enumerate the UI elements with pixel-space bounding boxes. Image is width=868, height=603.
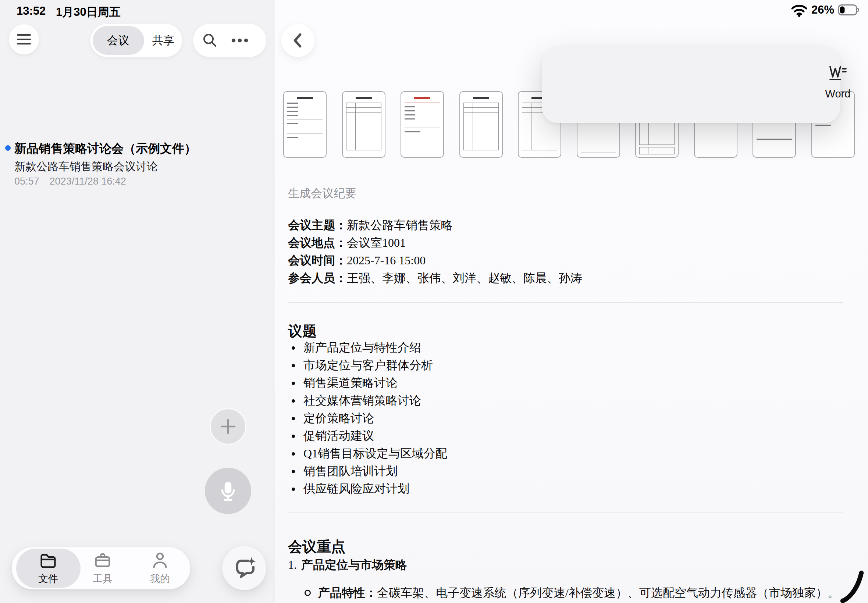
chat-sparkle-icon — [232, 556, 256, 580]
tab-mine[interactable]: 我的 — [134, 547, 186, 589]
topic-text: 市场定位与客户群体分析 — [303, 357, 433, 374]
search-tools-pill — [193, 24, 266, 57]
record-button[interactable] — [205, 468, 251, 514]
export-word-button[interactable]: Word — [806, 63, 868, 100]
divider — [288, 513, 843, 513]
detail-time-label: 会议时间： — [288, 254, 347, 267]
sub-item-label: 产品特性： — [318, 586, 377, 599]
tab-mine-label: 我的 — [150, 572, 170, 585]
detail-attendees-value: 王强、李娜、张伟、刘洋、赵敏、陈晨、孙涛 — [347, 271, 582, 284]
more-options-icon[interactable] — [231, 38, 248, 43]
add-button[interactable] — [211, 409, 245, 444]
bullet-dot — [292, 346, 295, 349]
sub-item-value: 全碳车架、电子变速系统（序列变速/补偿变速）、可选配空气动力传感器（市场独家）。 — [377, 586, 839, 599]
segmented-control: 会议 共享 — [90, 24, 182, 57]
loading-spinner-arc — [840, 569, 865, 603]
topic-text: 促销活动建议 — [303, 428, 374, 444]
bottom-tab-bar: 文件 工具 我的 — [12, 547, 190, 589]
topic-item: 销售渠道策略讨论 — [288, 374, 447, 392]
tab-files[interactable]: 文件 — [22, 547, 74, 589]
sidebar: 13:52 1月30日周五 会议 共享 新品销售策略讨论会（示例文件） 新款公路… — [0, 0, 274, 603]
toolbox-icon — [93, 551, 112, 570]
detail-topic-label: 会议主题： — [288, 218, 347, 232]
bullet-dot — [292, 452, 295, 456]
export-word-label: Word — [825, 88, 851, 100]
highlight-sub-item: 产品特性：全碳车架、电子变速系统（序列变速/补偿变速）、可选配空气动力传感器（市… — [288, 584, 839, 601]
topic-text: 定价策略讨论 — [303, 410, 374, 427]
detail-panel: Word TXT Markdown 复制 — [274, 0, 868, 603]
bullet-dot — [292, 470, 295, 473]
detail-topic-value: 新款公路车销售策略 — [347, 218, 453, 232]
topic-item: Q1销售目标设定与区域分配 — [288, 445, 447, 462]
topic-text: 销售团队培训计划 — [303, 463, 398, 479]
hamburger-icon — [17, 34, 31, 45]
tab-tools-label: 工具 — [93, 572, 113, 585]
meeting-duration: 05:57 — [14, 176, 39, 187]
topic-item: 供应链风险应对计划 — [288, 480, 447, 498]
detail-time: 会议时间：2025-7-16 15:00 — [288, 252, 582, 269]
topic-item: 新产品定位与特性介绍 — [288, 339, 447, 357]
status-time: 13:52 — [17, 5, 46, 18]
highlight-number: 1. — [288, 556, 301, 574]
status-date: 1月30日周五 — [56, 5, 121, 20]
tab-files-label: 文件 — [38, 572, 58, 585]
topic-text: 供应链风险应对计划 — [303, 481, 409, 497]
export-popover: Word TXT Markdown 复制 — [542, 47, 840, 123]
highlight-item-1: 1.产品定位与市场策略 — [288, 556, 407, 574]
topic-text: 新产品定位与特性介绍 — [303, 340, 421, 356]
battery-percent: 26% — [811, 3, 834, 17]
ai-chat-button[interactable] — [222, 546, 266, 590]
meeting-title: 新品销售策略讨论会（示例文件） — [14, 141, 196, 157]
detail-time-value: 2025-7-16 15:00 — [347, 254, 425, 267]
microphone-icon — [216, 479, 240, 503]
unread-dot — [5, 145, 11, 151]
detail-location-label: 会议地点： — [288, 236, 347, 249]
topic-text: Q1销售目标设定与区域分配 — [303, 445, 447, 462]
generating-status-label: 生成会议纪要 — [288, 186, 356, 201]
person-icon — [150, 551, 170, 570]
bullet-dot — [292, 434, 295, 438]
word-export-icon — [828, 63, 848, 83]
topic-item: 促销活动建议 — [288, 427, 447, 445]
divider — [288, 302, 843, 303]
topic-item: 市场定位与客户群体分析 — [288, 357, 447, 374]
bullet-dot — [292, 382, 295, 385]
search-icon[interactable] — [202, 32, 218, 48]
meeting-timestamp: 2023/11/28 16:42 — [50, 176, 126, 187]
wifi-icon — [791, 3, 808, 17]
bullet-dot — [292, 417, 295, 420]
highlight-title: 产品定位与市场策略 — [301, 558, 407, 571]
highlights-heading: 会议重点 — [288, 540, 345, 554]
detail-attendees: 参会人员：王强、李娜、张伟、刘洋、赵敏、陈晨、孙涛 — [288, 269, 582, 287]
tab-shared[interactable]: 共享 — [145, 33, 181, 48]
bullet-dot — [292, 364, 295, 367]
topic-item: 销售团队培训计划 — [288, 462, 447, 480]
tab-tools[interactable]: 工具 — [77, 547, 128, 589]
topics-heading: 议题 — [288, 324, 317, 338]
topic-item: 定价策略讨论 — [288, 410, 447, 427]
status-right-cluster: 26% — [791, 3, 860, 17]
folder-icon — [39, 551, 58, 570]
meeting-list-item[interactable]: 新品销售策略讨论会（示例文件） 新款公路车销售策略会议讨论 05:57 2023… — [0, 68, 274, 124]
topic-item: 社交媒体营销策略讨论 — [288, 392, 447, 410]
meeting-subtitle: 新款公路车销售策略会议讨论 — [14, 159, 158, 174]
detail-topic: 会议主题：新款公路车销售策略 — [288, 216, 582, 234]
bullet-dot — [292, 487, 295, 491]
detail-location: 会议地点：会议室1001 — [288, 234, 582, 252]
plus-icon — [220, 418, 237, 435]
battery-icon — [838, 5, 860, 15]
topics-list: 新产品定位与特性介绍 市场定位与客户群体分析 销售渠道策略讨论 社交媒体营销策略… — [288, 339, 447, 498]
topic-text: 销售渠道策略讨论 — [303, 375, 398, 391]
tab-meeting[interactable]: 会议 — [90, 33, 145, 48]
bullet-dot — [292, 399, 295, 403]
meeting-meta: 05:57 2023/11/28 16:42 — [14, 176, 126, 187]
meeting-details: 会议主题：新款公路车销售策略 会议地点：会议室1001 会议时间：2025-7-… — [288, 216, 582, 287]
topic-text: 社交媒体营销策略讨论 — [303, 393, 421, 409]
menu-button[interactable] — [9, 24, 39, 54]
hollow-bullet-dot — [305, 590, 311, 596]
detail-attendees-label: 参会人员： — [288, 271, 347, 284]
detail-location-value: 会议室1001 — [347, 236, 406, 249]
